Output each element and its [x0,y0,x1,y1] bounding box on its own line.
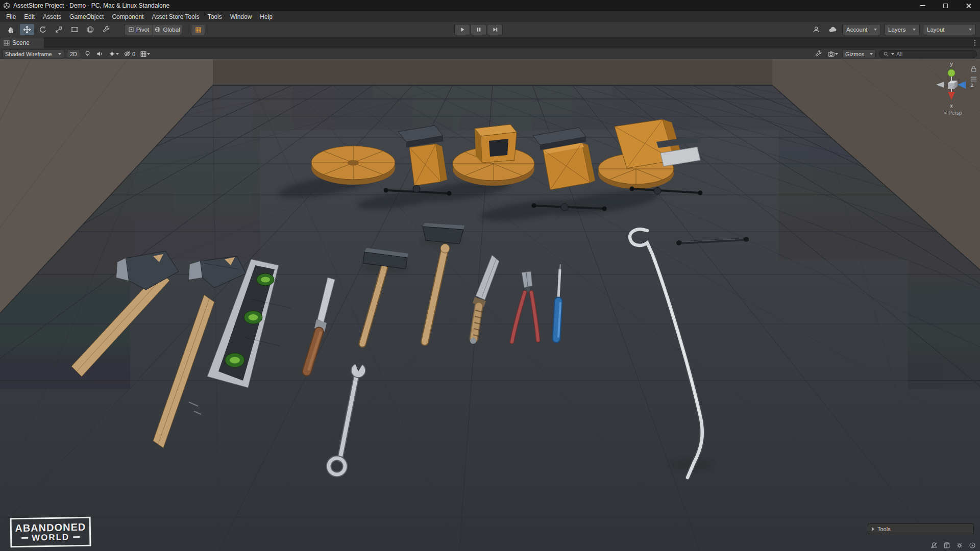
effects-star-icon [108,50,116,58]
watermark-line2: WORLD [32,532,70,542]
menu-assets[interactable]: Assets [39,12,65,22]
model-mallet-head[interactable] [423,223,464,244]
menu-gameobject[interactable]: GameObject [65,12,108,22]
chevron-down-icon [969,29,972,31]
y-axis-handle[interactable] [948,69,955,77]
play-icon [459,26,466,33]
2d-label: 2D [70,51,77,57]
rotate-icon [39,26,47,34]
menu-window[interactable]: Window [226,12,256,22]
scene-grid-dropdown[interactable] [139,49,151,58]
axis-x-label: x [950,103,953,109]
menu-help[interactable]: Help [256,12,277,22]
pivot-global-toggle: Pivot Global [124,24,182,35]
window-controls [911,0,980,11]
layers-dropdown[interactable]: Layers [884,24,920,35]
scene-visibility-toggle[interactable]: 0 [122,49,136,58]
transform-icon [86,26,94,34]
hand-icon [7,26,15,34]
minimize-button[interactable] [911,0,934,11]
close-button[interactable] [957,0,980,11]
hand-tool-button[interactable] [4,24,18,35]
package-icon[interactable] [943,542,950,549]
panel-tab-bar: Scene [0,37,980,48]
layout-dropdown[interactable]: Layout [923,24,976,35]
move-tool-button[interactable] [20,24,34,35]
menu-component[interactable]: Component [108,12,148,22]
scene-effects-dropdown[interactable] [107,49,120,58]
scene-lighting-button[interactable] [83,49,92,58]
activity-icon[interactable] [969,542,976,549]
scene-tab[interactable]: Scene [0,37,44,48]
menu-edit[interactable]: Edit [20,12,39,22]
notifications-muted-icon[interactable] [930,542,938,549]
play-controls [454,24,503,35]
tools-overlay-panel[interactable]: Tools [868,523,974,534]
hidden-count: 0 [132,51,135,57]
axis-y-label: y [950,61,953,67]
toolbar-right: Account Layers Layout [810,24,976,35]
maximize-icon [943,4,948,8]
viewport-menu-icon[interactable] [970,75,977,84]
panel-menu-icon[interactable] [972,39,978,49]
gizmos-label: Gizmos [845,51,864,57]
model-grinding-wheel[interactable] [311,146,395,185]
scene-render[interactable] [0,59,980,551]
tools-overlay-label: Tools [877,526,891,532]
layers-label: Layers [888,27,906,33]
layout-label: Layout [927,27,945,33]
x-axis-handle[interactable] [948,92,955,100]
chevron-down-icon [891,53,894,55]
scene-toolbar-left: Shaded Wireframe 2D 0 [2,49,151,58]
scene-tab-label: Scene [12,39,30,46]
chevron-down-icon [874,29,877,31]
chevron-down-icon [913,29,916,31]
play-button[interactable] [454,24,470,35]
title-bar: AssetStore Project - Demo - PC, Mac & Li… [0,0,980,11]
globe-icon [155,27,161,33]
draw-mode-dropdown[interactable]: Shaded Wireframe [2,49,64,58]
scene-audio-button[interactable] [95,49,105,58]
global-label: Global [163,27,180,33]
transform-tool-button[interactable] [83,24,97,35]
menu-asset-store-tools[interactable]: Asset Store Tools [148,12,203,22]
projection-label[interactable]: < Persp [944,110,962,116]
chevron-right-icon [872,527,874,531]
scene-camera-dropdown[interactable] [826,49,839,58]
scene-viewport[interactable]: y x z < Persp ABANDONED WORLD [0,59,980,551]
gizmos-dropdown[interactable]: Gizmos [842,49,876,58]
menu-tools[interactable]: Tools [204,12,226,22]
chevron-down-icon [58,53,61,55]
window-title: AssetStore Project - Demo - PC, Mac & Li… [13,2,169,9]
transform-tools: Pivot Global [4,24,205,35]
custom-tool-button[interactable] [99,24,113,35]
lock-icon[interactable] [970,65,977,74]
scale-icon [55,26,63,34]
scene-search-field[interactable]: All [879,50,977,58]
rect-tool-button[interactable] [67,24,82,35]
rotate-tool-button[interactable] [36,24,50,35]
2d-toggle-button[interactable]: 2D [67,49,80,58]
pivot-toggle-button[interactable]: Pivot [124,24,153,35]
cloud-button[interactable] [826,24,839,35]
global-toggle-button[interactable]: Global [153,24,182,35]
negative-axis-handle[interactable] [936,82,944,88]
search-value: All [896,51,902,57]
unity-logo-icon [3,2,10,9]
pivot-label: Pivot [136,27,150,33]
rect-icon [70,26,79,34]
step-button[interactable] [487,24,503,35]
editor-tools-button[interactable] [814,49,823,58]
gizmo-cube[interactable] [948,83,954,89]
snap-grid-button[interactable] [191,24,205,35]
lightbulb-icon [84,50,91,58]
account-dropdown[interactable]: Account [842,24,881,35]
menu-file[interactable]: File [2,12,20,22]
z-axis-handle[interactable] [958,81,966,89]
maximize-button[interactable] [934,0,957,11]
gear-icon[interactable] [956,542,963,549]
scene-toolbar-right: Gizmos All [814,49,977,58]
scale-tool-button[interactable] [52,24,66,35]
pause-button[interactable] [471,24,486,35]
collab-button[interactable] [810,24,823,35]
